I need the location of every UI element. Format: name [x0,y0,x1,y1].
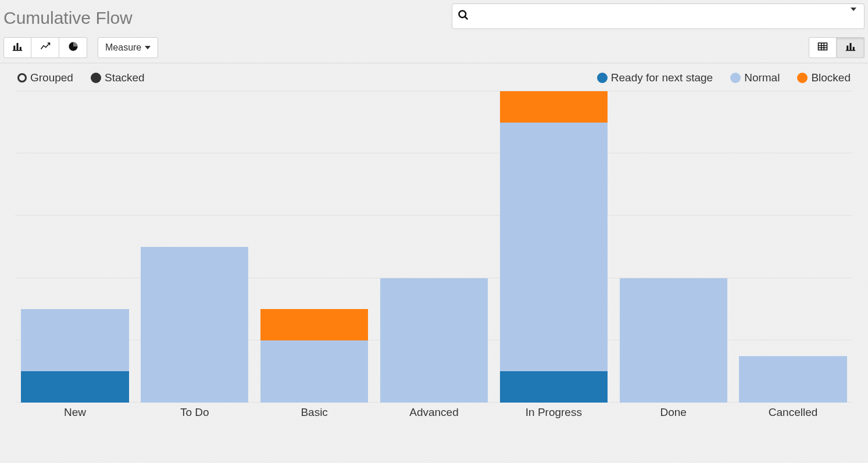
x-axis-label: Done [613,406,733,419]
svg-rect-3 [17,43,19,50]
search-input[interactable] [452,3,865,29]
legend-swatch-icon [730,73,741,83]
legend-item-ready[interactable]: Ready for next stage [597,71,713,84]
x-axis-label: To Do [135,406,255,419]
bar-stack[interactable] [739,356,846,403]
svg-rect-12 [849,43,851,50]
chevron-down-icon[interactable] [851,11,856,21]
bar-segment[interactable] [500,371,608,403]
chart-view-button[interactable] [837,37,865,58]
bar-stack[interactable] [500,91,608,403]
bar-segment[interactable] [21,309,128,371]
legend-item-normal[interactable]: Normal [730,71,780,84]
bar-segment[interactable] [620,278,727,403]
legend-swatch-icon [597,73,608,83]
legend-label: Normal [744,71,780,84]
bar-stack[interactable] [21,309,128,403]
bar-column [494,91,613,403]
x-axis-label: In Progress [494,406,613,419]
bar-segment[interactable] [739,356,846,403]
x-axis-label: Advanced [374,406,494,419]
bar-stack[interactable] [620,278,727,403]
bar-stack[interactable] [380,278,488,403]
svg-rect-2 [13,46,15,51]
radio-filled-icon [91,73,101,83]
legend-swatch-icon [797,73,808,83]
bar-column [733,91,853,403]
svg-rect-6 [819,43,827,50]
svg-line-1 [465,17,467,19]
chart-xaxis-labels: NewTo DoBasicAdvancedIn ProgressDoneCanc… [15,406,853,419]
pie-chart-icon [68,41,78,54]
grouped-toggle[interactable]: Grouped [17,71,73,84]
legend-label: Blocked [811,71,851,84]
bar-chart-icon [12,41,23,54]
bar-segment[interactable] [260,309,368,340]
bar-segment[interactable] [21,371,128,403]
svg-rect-5 [13,50,23,51]
bar-stack[interactable] [141,247,248,403]
chart-area: NewTo DoBasicAdvancedIn ProgressDoneCanc… [3,91,865,428]
bar-chart-icon [845,41,856,54]
table-view-button[interactable] [809,37,837,58]
bar-segment[interactable] [260,340,368,403]
chart-plot: NewTo DoBasicAdvancedIn ProgressDoneCanc… [15,91,853,417]
bar-column [15,91,135,403]
x-axis-label: Basic [255,406,374,419]
stacked-toggle[interactable]: Stacked [91,71,145,84]
series-legend: Ready for next stageNormalBlocked [597,71,851,84]
bar-segment[interactable] [500,123,608,372]
measure-label: Measure [105,42,141,53]
bar-segment[interactable] [380,278,488,403]
x-axis-label: Cancelled [733,406,853,419]
line-chart-icon [40,41,51,54]
bar-segment[interactable] [500,91,608,123]
bar-column [374,91,494,403]
chart-type-group [3,37,87,58]
bar-chart-button[interactable] [3,37,31,58]
radio-hollow-icon [17,73,27,82]
view-mode-group [809,37,865,58]
x-axis-label: New [15,406,135,419]
bar-segment[interactable] [141,247,248,403]
stack-mode-legend: Grouped Stacked [17,71,145,84]
chart-bars [15,91,853,403]
search-icon [458,9,469,23]
bar-stack[interactable] [260,309,368,403]
bar-column [255,91,374,403]
bar-column [613,91,733,403]
stacked-label: Stacked [105,71,145,84]
grouped-label: Grouped [30,71,73,84]
search-box[interactable] [452,3,865,29]
measure-dropdown[interactable]: Measure [98,37,158,58]
svg-rect-13 [852,47,854,50]
bar-column [135,91,255,403]
pie-chart-button[interactable] [59,37,87,58]
svg-rect-14 [845,50,855,51]
legend-item-blocked[interactable]: Blocked [797,71,851,84]
chevron-down-icon [145,46,151,49]
legend-label: Ready for next stage [611,71,713,84]
page-title: Cumulative Flow [3,8,133,28]
svg-rect-4 [20,47,22,50]
svg-rect-11 [846,46,848,51]
table-icon [817,41,828,54]
line-chart-button[interactable] [31,37,59,58]
